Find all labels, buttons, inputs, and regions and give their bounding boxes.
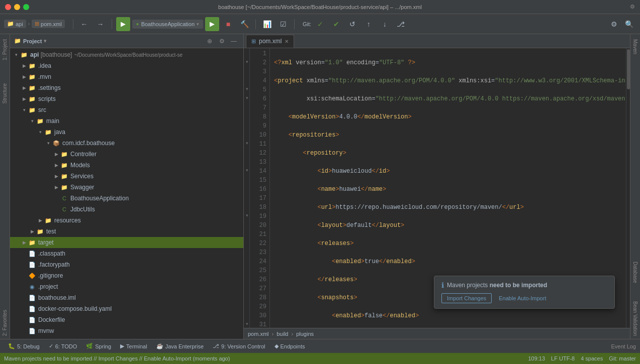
scrollbar-thumb[interactable] (627, 49, 630, 89)
fold-marker-28[interactable] (244, 292, 250, 301)
git-pull-btn[interactable]: ↓ (378, 17, 392, 31)
build-button[interactable]: 🔨 (237, 17, 251, 31)
bottom-tab-spring[interactable]: 🌿 Spring (82, 342, 115, 350)
tree-item-java[interactable]: ▾ 📁 java (10, 127, 243, 138)
right-tab-bean-validation[interactable]: Bean Validation (631, 298, 639, 339)
fold-marker-9[interactable] (244, 120, 250, 130)
tree-item-idea[interactable]: ▶ 📁 .idea (10, 60, 243, 71)
tree-item-mvnw[interactable]: 📄 mvnw (10, 325, 243, 336)
fold-marker-27[interactable] (244, 283, 250, 292)
fold-marker-26[interactable] (244, 274, 250, 283)
event-log-link[interactable]: Event Log (611, 343, 636, 349)
bottom-tab-java-enterprise[interactable]: ☕ Java Enterprise (152, 342, 208, 350)
fold-marker-3[interactable] (244, 66, 250, 75)
bottom-tab-debug[interactable]: 🐛 5: Debug (4, 342, 44, 350)
fold-marker-20[interactable] (244, 220, 250, 229)
tab-close-pomxml[interactable]: ✕ (285, 39, 289, 44)
fold-marker-7[interactable] (244, 102, 250, 111)
fold-marker-29[interactable] (244, 301, 250, 310)
fold-marker-6[interactable]: ▾ (244, 93, 250, 102)
tree-item-mvn[interactable]: ▶ 📁 .mvn (10, 71, 243, 82)
tree-item-jdbcutils[interactable]: C JdbcUtils (10, 204, 243, 215)
fold-marker-31[interactable]: ▾ (244, 319, 250, 328)
fold-marker-16[interactable] (244, 184, 250, 193)
tree-item-iml[interactable]: 📄 boathouse.iml (10, 292, 243, 303)
git-push-btn[interactable]: ↑ (361, 17, 376, 31)
fold-marker-19[interactable]: ▾ (244, 211, 250, 220)
fold-marker-11[interactable]: ▾ (244, 139, 250, 148)
tree-item-src[interactable]: ▾ 📁 src (10, 104, 243, 115)
left-tab-favorites[interactable]: 2: Favorites (1, 307, 9, 339)
stop-button[interactable]: ■ (221, 17, 235, 31)
fold-marker-30[interactable] (244, 310, 250, 319)
left-tab-structure[interactable]: Structure (1, 80, 9, 107)
fold-marker-24[interactable] (244, 256, 250, 265)
bottom-tab-endpoints[interactable]: ◆ Endpoints (270, 342, 309, 350)
status-encoding[interactable]: LF UTF-8 (551, 355, 575, 361)
fold-marker-21[interactable] (244, 229, 250, 238)
tree-item-api[interactable]: ▾ 📁 api [boathouse] ~/Documents/WorkSpac… (10, 49, 243, 60)
panel-hide-btn[interactable]: — (228, 36, 239, 47)
fold-marker-10[interactable] (244, 130, 250, 139)
coverage-button[interactable]: ☑ (276, 17, 290, 31)
tree-item-docker-compose[interactable]: 📄 docker-compose.build.yaml (10, 303, 243, 314)
tree-item-test[interactable]: ▶ 📁 test (10, 226, 243, 237)
status-indent[interactable]: 4 spaces (581, 355, 603, 361)
debug-button[interactable]: ▶ (205, 17, 219, 31)
tree-item-resources[interactable]: ▶ 📁 resources (10, 215, 243, 226)
search-btn[interactable]: 🔍 (622, 17, 636, 31)
fold-marker-8[interactable] (244, 111, 250, 120)
breadcrumb-path-plugins[interactable]: plugins (296, 331, 314, 337)
left-tab-project[interactable]: 1: Project (1, 36, 9, 63)
bottom-tab-version-control[interactable]: ⎇ 9: Version Control (209, 342, 269, 350)
tree-item-boathouseapp[interactable]: C BoathouseApplication (10, 193, 243, 204)
breadcrumb-path-build[interactable]: build (277, 331, 288, 337)
fold-marker-25[interactable] (244, 265, 250, 274)
tree-item-package[interactable]: ▾ 📦 com.idcf.boathouse (10, 138, 243, 149)
breadcrumb-path-pom[interactable]: pom.xml (248, 331, 269, 337)
tree-item-target[interactable]: ▶ 📁 target (10, 237, 243, 248)
fold-marker-1[interactable] (244, 48, 250, 57)
status-position[interactable]: 109:13 (528, 355, 545, 361)
editor-tab-pomxml[interactable]: ⊞ pom.xml ✕ (246, 35, 294, 48)
status-git[interactable]: Git: master (609, 355, 636, 361)
tree-item-gitignore[interactable]: 🔶 .gitignore (10, 270, 243, 281)
import-changes-button[interactable]: Import Changes (441, 293, 492, 303)
tree-item-classpath[interactable]: 📄 .classpath (10, 248, 243, 259)
tree-item-swagger[interactable]: ▶ 📁 Swagger (10, 182, 243, 193)
profile-button[interactable]: 📊 (260, 17, 274, 31)
panel-dropdown-arrow[interactable]: ▾ (44, 38, 46, 44)
tree-item-models[interactable]: ▶ 📁 Models (10, 160, 243, 171)
bottom-tab-todo[interactable]: ✓ 6: TODO (45, 342, 81, 350)
git-branch-btn[interactable]: ⎇ (394, 17, 408, 31)
minimize-btn[interactable] (14, 4, 20, 10)
editor-scrollbar[interactable] (626, 48, 630, 328)
run-config-selector[interactable]: ● BoathouseApplication ▾ (132, 20, 203, 29)
right-tab-maven[interactable]: Maven (631, 36, 639, 57)
maximize-btn[interactable] (23, 4, 29, 10)
fold-marker-12[interactable] (244, 148, 250, 157)
fold-marker-13[interactable] (244, 157, 250, 166)
tree-item-dockerfile[interactable]: 📄 Dockerfile (10, 314, 243, 325)
tree-item-factorypath[interactable]: 📄 .factorypath (10, 259, 243, 270)
fold-marker-15[interactable] (244, 175, 250, 184)
panel-scope-btn[interactable]: ⊕ (204, 36, 215, 47)
forward-btn[interactable]: → (94, 17, 108, 31)
tree-item-main[interactable]: ▾ 📁 main (10, 115, 243, 127)
git-history-btn[interactable]: ↺ (345, 17, 359, 31)
fold-marker-4[interactable] (244, 75, 250, 84)
panel-cog-btn[interactable]: ⚙ (216, 36, 227, 47)
fold-marker-22[interactable] (244, 238, 250, 247)
fold-marker-18[interactable] (244, 202, 250, 211)
fold-marker-2[interactable]: ▾ (244, 57, 250, 66)
git-check-btn[interactable]: ✓ (313, 17, 327, 31)
tree-item-controller[interactable]: ▶ 📁 Controller (10, 149, 243, 160)
back-btn[interactable]: ← (77, 17, 92, 31)
fold-marker-5[interactable]: ▾ (244, 84, 250, 93)
breadcrumb-api[interactable]: 📁 api (4, 20, 26, 28)
settings-btn[interactable]: ⚙ (607, 17, 621, 31)
right-tab-database[interactable]: Database (631, 259, 639, 286)
bottom-tab-terminal[interactable]: ▶ Terminal (116, 342, 151, 350)
breadcrumb-pomxml[interactable]: ⊞ pom.xml (32, 20, 65, 28)
tree-item-settings[interactable]: ▶ 📁 .settings (10, 82, 243, 93)
